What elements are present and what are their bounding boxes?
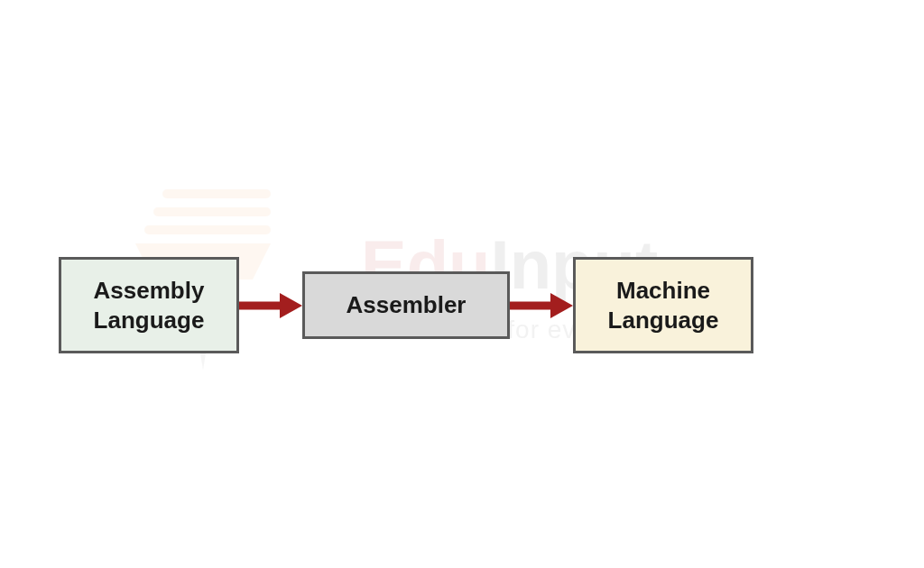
svg-marker-5 [280,293,302,318]
svg-marker-7 [550,293,573,318]
arrow-right-icon [510,288,573,324]
svg-rect-1 [153,207,271,216]
assembly-label-line1: Assembly [85,276,213,306]
assembler-box: Assembler [302,271,510,339]
assembler-label: Assembler [328,290,484,320]
arrow-1 [239,288,302,324]
arrow-2 [510,288,573,324]
assembly-language-box: Assembly Language [59,257,239,353]
flow-diagram: Assembly Language Assembler Machine Lang… [59,257,753,353]
arrow-right-icon [239,288,302,324]
machine-label-line1: Machine [599,276,727,306]
machine-label-line2: Language [599,306,727,335]
svg-rect-0 [162,189,271,198]
machine-language-box: Machine Language [573,257,753,353]
assembly-label-line2: Language [85,306,213,335]
svg-rect-2 [144,225,271,234]
